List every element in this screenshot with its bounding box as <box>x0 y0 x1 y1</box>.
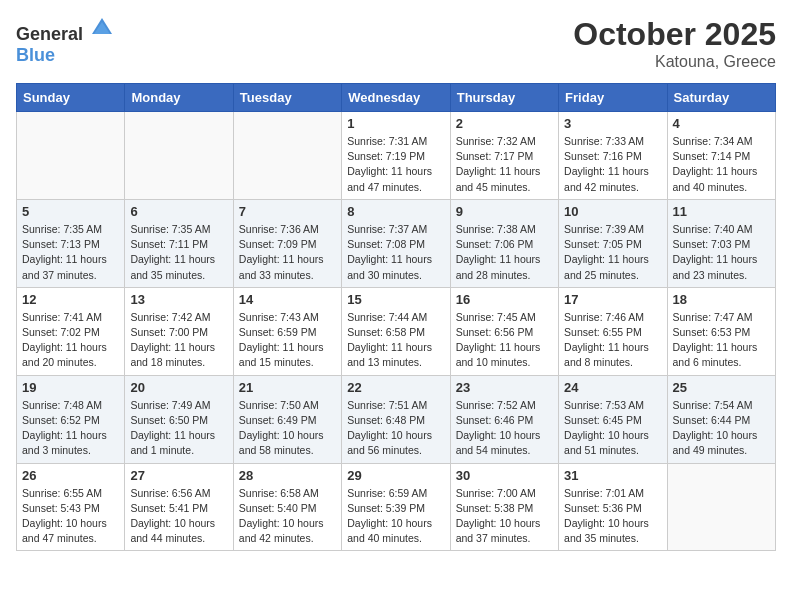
day-detail: Sunrise: 7:52 AMSunset: 6:46 PMDaylight:… <box>456 398 553 459</box>
day-detail: Sunrise: 7:44 AMSunset: 6:58 PMDaylight:… <box>347 310 444 371</box>
day-detail: Sunrise: 7:38 AMSunset: 7:06 PMDaylight:… <box>456 222 553 283</box>
table-row: 26Sunrise: 6:55 AMSunset: 5:43 PMDayligh… <box>17 463 125 551</box>
day-detail: Sunrise: 7:43 AMSunset: 6:59 PMDaylight:… <box>239 310 336 371</box>
table-row <box>125 112 233 200</box>
calendar-table: SundayMondayTuesdayWednesdayThursdayFrid… <box>16 83 776 551</box>
table-row: 18Sunrise: 7:47 AMSunset: 6:53 PMDayligh… <box>667 287 775 375</box>
day-number: 20 <box>130 380 227 395</box>
day-number: 5 <box>22 204 119 219</box>
day-number: 31 <box>564 468 661 483</box>
table-row: 10Sunrise: 7:39 AMSunset: 7:05 PMDayligh… <box>559 199 667 287</box>
weekday-monday: Monday <box>125 84 233 112</box>
day-number: 24 <box>564 380 661 395</box>
table-row: 6Sunrise: 7:35 AMSunset: 7:11 PMDaylight… <box>125 199 233 287</box>
logo-text: General Blue <box>16 16 114 66</box>
calendar-week-row: 5Sunrise: 7:35 AMSunset: 7:13 PMDaylight… <box>17 199 776 287</box>
weekday-friday: Friday <box>559 84 667 112</box>
table-row: 20Sunrise: 7:49 AMSunset: 6:50 PMDayligh… <box>125 375 233 463</box>
table-row: 23Sunrise: 7:52 AMSunset: 6:46 PMDayligh… <box>450 375 558 463</box>
title-block: October 2025 Katouna, Greece <box>573 16 776 71</box>
day-number: 19 <box>22 380 119 395</box>
day-number: 14 <box>239 292 336 307</box>
day-number: 28 <box>239 468 336 483</box>
table-row: 19Sunrise: 7:48 AMSunset: 6:52 PMDayligh… <box>17 375 125 463</box>
table-row: 15Sunrise: 7:44 AMSunset: 6:58 PMDayligh… <box>342 287 450 375</box>
logo-icon <box>90 16 114 40</box>
day-detail: Sunrise: 7:39 AMSunset: 7:05 PMDaylight:… <box>564 222 661 283</box>
day-number: 10 <box>564 204 661 219</box>
day-number: 4 <box>673 116 770 131</box>
day-detail: Sunrise: 7:54 AMSunset: 6:44 PMDaylight:… <box>673 398 770 459</box>
day-number: 17 <box>564 292 661 307</box>
day-detail: Sunrise: 7:34 AMSunset: 7:14 PMDaylight:… <box>673 134 770 195</box>
calendar-week-row: 12Sunrise: 7:41 AMSunset: 7:02 PMDayligh… <box>17 287 776 375</box>
day-detail: Sunrise: 7:45 AMSunset: 6:56 PMDaylight:… <box>456 310 553 371</box>
table-row: 25Sunrise: 7:54 AMSunset: 6:44 PMDayligh… <box>667 375 775 463</box>
day-detail: Sunrise: 7:48 AMSunset: 6:52 PMDaylight:… <box>22 398 119 459</box>
day-detail: Sunrise: 7:01 AMSunset: 5:36 PMDaylight:… <box>564 486 661 547</box>
table-row: 5Sunrise: 7:35 AMSunset: 7:13 PMDaylight… <box>17 199 125 287</box>
day-detail: Sunrise: 7:47 AMSunset: 6:53 PMDaylight:… <box>673 310 770 371</box>
weekday-header-row: SundayMondayTuesdayWednesdayThursdayFrid… <box>17 84 776 112</box>
weekday-tuesday: Tuesday <box>233 84 341 112</box>
table-row: 14Sunrise: 7:43 AMSunset: 6:59 PMDayligh… <box>233 287 341 375</box>
table-row: 4Sunrise: 7:34 AMSunset: 7:14 PMDaylight… <box>667 112 775 200</box>
weekday-sunday: Sunday <box>17 84 125 112</box>
day-detail: Sunrise: 6:59 AMSunset: 5:39 PMDaylight:… <box>347 486 444 547</box>
day-detail: Sunrise: 6:58 AMSunset: 5:40 PMDaylight:… <box>239 486 336 547</box>
table-row: 31Sunrise: 7:01 AMSunset: 5:36 PMDayligh… <box>559 463 667 551</box>
day-number: 16 <box>456 292 553 307</box>
day-detail: Sunrise: 7:32 AMSunset: 7:17 PMDaylight:… <box>456 134 553 195</box>
day-detail: Sunrise: 7:53 AMSunset: 6:45 PMDaylight:… <box>564 398 661 459</box>
table-row <box>17 112 125 200</box>
table-row: 21Sunrise: 7:50 AMSunset: 6:49 PMDayligh… <box>233 375 341 463</box>
day-detail: Sunrise: 7:37 AMSunset: 7:08 PMDaylight:… <box>347 222 444 283</box>
table-row: 27Sunrise: 6:56 AMSunset: 5:41 PMDayligh… <box>125 463 233 551</box>
day-detail: Sunrise: 6:55 AMSunset: 5:43 PMDaylight:… <box>22 486 119 547</box>
table-row <box>667 463 775 551</box>
day-number: 7 <box>239 204 336 219</box>
day-detail: Sunrise: 6:56 AMSunset: 5:41 PMDaylight:… <box>130 486 227 547</box>
calendar-week-row: 26Sunrise: 6:55 AMSunset: 5:43 PMDayligh… <box>17 463 776 551</box>
day-number: 22 <box>347 380 444 395</box>
day-detail: Sunrise: 7:00 AMSunset: 5:38 PMDaylight:… <box>456 486 553 547</box>
day-detail: Sunrise: 7:35 AMSunset: 7:11 PMDaylight:… <box>130 222 227 283</box>
month-title: October 2025 <box>573 16 776 53</box>
day-number: 30 <box>456 468 553 483</box>
day-detail: Sunrise: 7:42 AMSunset: 7:00 PMDaylight:… <box>130 310 227 371</box>
table-row: 7Sunrise: 7:36 AMSunset: 7:09 PMDaylight… <box>233 199 341 287</box>
day-number: 13 <box>130 292 227 307</box>
day-number: 29 <box>347 468 444 483</box>
day-number: 18 <box>673 292 770 307</box>
table-row: 3Sunrise: 7:33 AMSunset: 7:16 PMDaylight… <box>559 112 667 200</box>
day-number: 2 <box>456 116 553 131</box>
day-number: 26 <box>22 468 119 483</box>
table-row: 13Sunrise: 7:42 AMSunset: 7:00 PMDayligh… <box>125 287 233 375</box>
page-header: General Blue October 2025 Katouna, Greec… <box>16 16 776 71</box>
table-row <box>233 112 341 200</box>
logo-blue: Blue <box>16 45 55 65</box>
day-detail: Sunrise: 7:35 AMSunset: 7:13 PMDaylight:… <box>22 222 119 283</box>
day-detail: Sunrise: 7:41 AMSunset: 7:02 PMDaylight:… <box>22 310 119 371</box>
calendar-week-row: 1Sunrise: 7:31 AMSunset: 7:19 PMDaylight… <box>17 112 776 200</box>
table-row: 2Sunrise: 7:32 AMSunset: 7:17 PMDaylight… <box>450 112 558 200</box>
table-row: 9Sunrise: 7:38 AMSunset: 7:06 PMDaylight… <box>450 199 558 287</box>
day-number: 9 <box>456 204 553 219</box>
day-detail: Sunrise: 7:40 AMSunset: 7:03 PMDaylight:… <box>673 222 770 283</box>
day-detail: Sunrise: 7:36 AMSunset: 7:09 PMDaylight:… <box>239 222 336 283</box>
weekday-wednesday: Wednesday <box>342 84 450 112</box>
day-number: 8 <box>347 204 444 219</box>
table-row: 28Sunrise: 6:58 AMSunset: 5:40 PMDayligh… <box>233 463 341 551</box>
location-title: Katouna, Greece <box>573 53 776 71</box>
table-row: 17Sunrise: 7:46 AMSunset: 6:55 PMDayligh… <box>559 287 667 375</box>
day-detail: Sunrise: 7:31 AMSunset: 7:19 PMDaylight:… <box>347 134 444 195</box>
day-number: 21 <box>239 380 336 395</box>
day-number: 1 <box>347 116 444 131</box>
day-detail: Sunrise: 7:49 AMSunset: 6:50 PMDaylight:… <box>130 398 227 459</box>
day-detail: Sunrise: 7:46 AMSunset: 6:55 PMDaylight:… <box>564 310 661 371</box>
day-number: 15 <box>347 292 444 307</box>
table-row: 22Sunrise: 7:51 AMSunset: 6:48 PMDayligh… <box>342 375 450 463</box>
day-number: 12 <box>22 292 119 307</box>
day-detail: Sunrise: 7:51 AMSunset: 6:48 PMDaylight:… <box>347 398 444 459</box>
day-number: 23 <box>456 380 553 395</box>
